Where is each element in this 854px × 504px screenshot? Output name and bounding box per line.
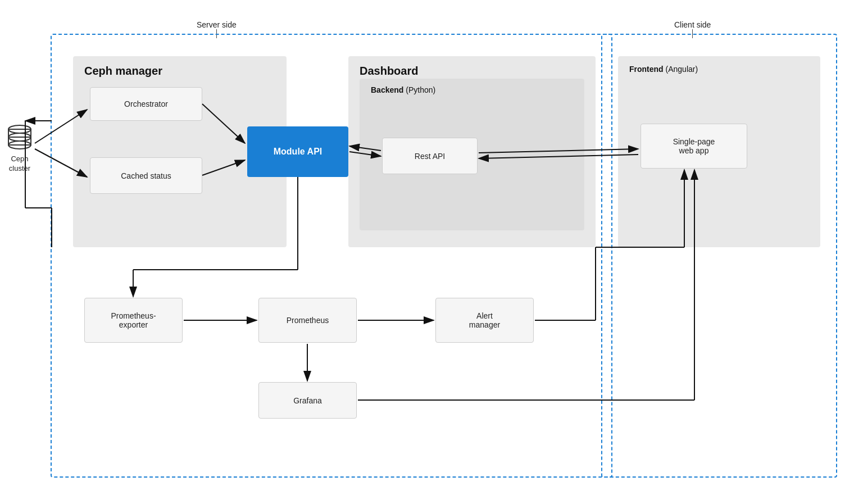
single-page-box: Single-pageweb app xyxy=(640,124,747,169)
module-api-label: Module API xyxy=(274,147,322,157)
server-side-label: Server side xyxy=(197,20,237,29)
frontend-title: Frontend (Angular) xyxy=(629,65,698,74)
orchestrator-box: Orchestrator xyxy=(90,87,202,121)
frontend-label-bold: Frontend xyxy=(629,65,664,74)
prometheus-label: Prometheus xyxy=(287,316,329,325)
diagram: Server side Client side Cephcluster Ceph… xyxy=(0,0,854,504)
dashboard-title-main: Dashboard xyxy=(360,65,418,77)
ceph-cluster: Cephcluster xyxy=(6,124,34,174)
rest-api-label: Rest API xyxy=(415,152,445,161)
ceph-manager-title: Ceph manager xyxy=(84,65,162,78)
single-page-label: Single-pageweb app xyxy=(673,137,715,155)
grafana-label: Grafana xyxy=(293,396,322,405)
prom-exporter-label: Prometheus-exporter xyxy=(111,311,156,329)
backend-label-suffix: (Python) xyxy=(403,85,435,94)
orchestrator-label: Orchestrator xyxy=(124,99,168,108)
ceph-cluster-icon xyxy=(6,124,34,155)
prometheus-box: Prometheus xyxy=(258,298,357,343)
grafana-box: Grafana xyxy=(258,382,357,419)
module-api-box: Module API xyxy=(247,126,348,177)
client-side-label: Client side xyxy=(674,20,711,29)
rest-api-box: Rest API xyxy=(382,138,478,174)
backend-label-bold: Backend xyxy=(371,85,403,94)
dashboard-title: Dashboard xyxy=(360,65,418,78)
alert-manager-label: Alertmanager xyxy=(469,311,500,329)
cached-status-box: Cached status xyxy=(90,157,202,194)
backend-title: Backend (Python) xyxy=(371,85,435,94)
frontend-label-suffix: (Angular) xyxy=(664,65,698,74)
cached-status-label: Cached status xyxy=(121,171,171,180)
ceph-cluster-label: Cephcluster xyxy=(9,155,30,174)
alert-manager-box: Alertmanager xyxy=(435,298,534,343)
prom-exporter-box: Prometheus-exporter xyxy=(84,298,183,343)
